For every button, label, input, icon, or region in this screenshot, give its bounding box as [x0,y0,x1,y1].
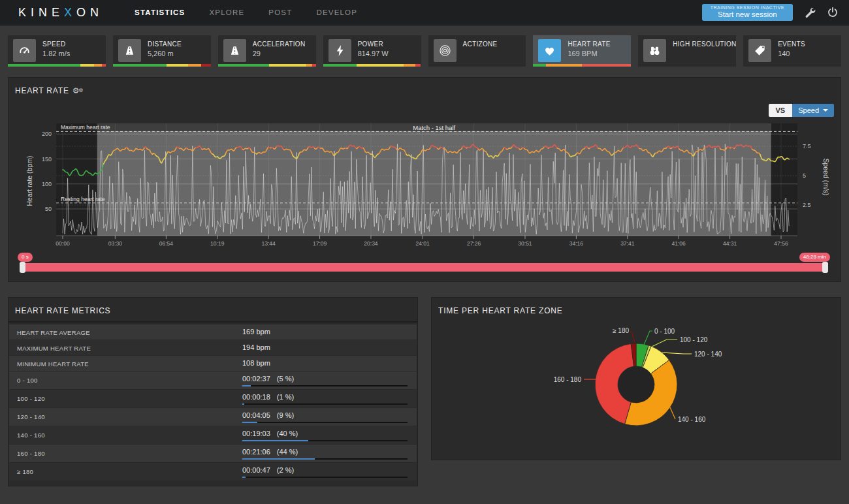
zone-time: 00:02:37 [242,375,270,383]
zone-row-value: 00:02:37(5 %) [242,375,294,383]
divider [8,321,417,323]
x-tick-label: 41:06 [672,240,686,247]
road-icon [228,44,242,57]
power-icon[interactable] [827,7,839,18]
metric-card-high-resolution[interactable]: HIGH RESOLUTION [638,35,736,67]
zone-row: ≥ 18000:00:47(2 %) [9,463,417,480]
heart-rate-chart[interactable]: Match - 1st half00:0003:3006:5410:1913:4… [8,78,841,253]
slider-right-handle[interactable] [822,262,828,273]
zone-bar-segment [102,64,106,67]
metric-card-speed[interactable]: SPEED1.82 m/s [8,35,106,67]
bolt-icon [333,44,347,57]
y-left-tick-label: 150 [42,156,52,163]
card-label: SPEED [42,40,70,48]
x-tick-label: 47:56 [774,240,788,247]
actizone-icon [438,44,452,57]
road-icon [123,44,136,57]
heart-rate-zone-donut[interactable]: 0 - 100100 - 120120 - 140140 - 160160 - … [432,298,841,460]
metric-card-actizone[interactable]: ACTIZONE [428,35,526,67]
settings-gears-icon[interactable]: ⚙⚙ [72,87,84,94]
start-session-button[interactable]: TRAINING SESSION INACTIVE Start new sess… [702,4,793,21]
zone-progress-fill [242,422,257,423]
card-label: EVENTS [778,40,805,48]
donut-leader-line [662,353,692,354]
annotation-label: Maximum heart rate [61,124,110,131]
vs-button[interactable]: VS [769,104,793,117]
donut-slice-label: ≥ 180 [613,327,629,334]
compare-metric-dropdown[interactable]: Speed [792,104,834,117]
metrics-row-value: 194 bpm [242,343,270,351]
wrench-icon[interactable] [804,7,816,18]
time-range-slider[interactable] [20,263,827,272]
zone-bar-segment [357,64,404,67]
metrics-row-value: 169 bpm [242,328,270,336]
zone-progress-fill [242,458,315,460]
metric-card-distance[interactable]: DISTANCE5,260 m [113,35,211,67]
actizone-icon-tile [434,39,457,62]
zone-percent: (40 %) [277,430,298,437]
zone-bar-segment [312,64,316,67]
zone-row-label: 160 - 180 [17,450,45,457]
nav-tab-statistics[interactable]: STATISTICS [135,8,185,16]
card-zone-bar [113,64,211,67]
nav-tabs: STATISTICSXPLOREPOSTDEVELOP [135,8,357,16]
metric-cards-row: SPEED1.82 m/sDISTANCE5,260 mACCELERATION… [8,35,841,67]
kinexon-logo[interactable]: KINEXON [18,6,103,20]
gauge-icon [18,44,31,57]
heart-icon-tile [538,39,561,62]
zone-time: 00:04:05 [242,411,270,419]
zone-progress-track [242,385,408,386]
y-left-tick-label: 50 [45,206,52,212]
card-value: 140 [778,50,805,57]
card-label: ACTIZONE [463,40,498,48]
nav-tab-post[interactable]: POST [268,8,292,16]
card-value: 5,260 m [148,50,182,57]
slider-start-badge: 0 s [18,253,33,262]
time-range-slider-zone: 0 s 48:28 min [8,251,841,281]
zone-bar-segment [306,64,312,67]
metrics-row-label: MAXIMUM HEART RATE [17,345,91,352]
panel-title-text: HEART RATE [15,86,69,95]
zone-row-value: 00:19:03(40 %) [242,430,298,437]
zone-bar-segment [546,64,582,67]
zone-percent: (5 %) [277,375,294,383]
session-status-label: TRAINING SESSION INACTIVE [711,5,784,10]
metric-card-events[interactable]: EVENTS140 [743,35,841,67]
zone-row-label: ≥ 180 [17,468,33,475]
zone-percent: (44 %) [277,448,298,456]
compare-metric-label: Speed [798,106,819,114]
zone-bar-segment [582,64,631,67]
gauge-icon-tile [13,39,36,62]
card-label: POWER [358,40,389,48]
metric-card-heart-rate[interactable]: HEART RATE169 BPM [533,35,631,67]
y-left-tick-label: 200 [42,131,52,137]
zone-row-value: 00:04:05(9 %) [242,411,294,419]
card-value: 814.97 W [358,50,389,57]
nav-tab-xplore[interactable]: XPLORE [209,8,244,16]
logo-text: ON [76,6,103,19]
x-tick-label: 20:34 [364,240,378,247]
nav-tab-develop[interactable]: DEVELOP [316,8,357,16]
metric-card-power[interactable]: POWER814.97 W [323,35,421,67]
slider-left-handle[interactable] [20,262,25,273]
heart-rate-panel: HEART RATE ⚙⚙ VS Speed Match - 1st half0… [8,77,841,282]
zone-progress-track [242,422,408,423]
zone-row: 0 - 10000:02:37(5 %) [9,371,417,389]
zone-row-label: 100 - 120 [17,395,45,402]
donut-slice-label: 100 - 120 [680,336,708,343]
road-icon-tile [223,39,246,62]
donut-leader-line [652,339,677,347]
zone-progress-fill [242,385,251,386]
nav-right: TRAINING SESSION INACTIVE Start new sess… [702,4,839,21]
metrics-row: MINIMUM HEART RATE108 bpm [9,356,417,371]
donut-leader-line [632,331,635,343]
panel-title-text: TIME PER HEART RATE ZONE [438,306,563,315]
donut-slice-label: 140 - 160 [678,416,706,423]
card-value: 29 [253,50,306,57]
card-zone-bar [8,64,106,67]
zone-progress-track [242,458,408,460]
chevron-down-icon [823,109,828,112]
card-zone-bar [533,64,631,67]
metrics-row: MAXIMUM HEART RATE194 bpm [9,340,417,355]
metric-card-acceleration[interactable]: ACCELERATION29 [218,35,316,67]
